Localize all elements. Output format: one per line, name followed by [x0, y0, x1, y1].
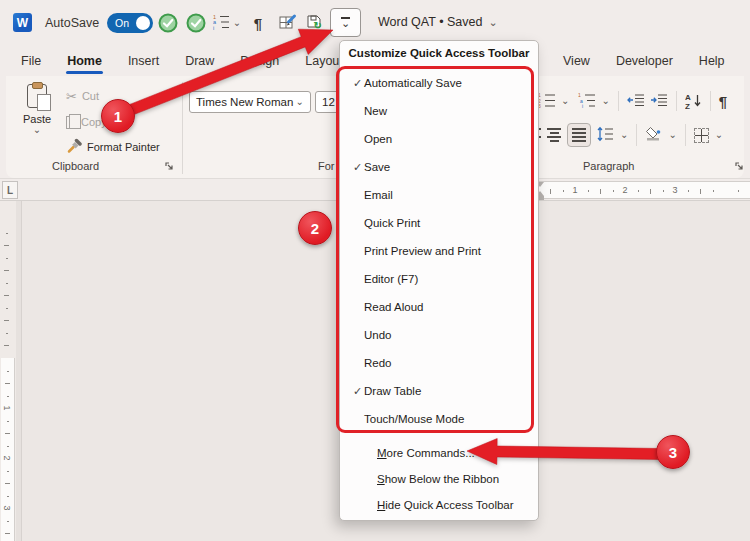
menu-footer: More Commands... Show Below the Ribbon H… — [340, 440, 538, 518]
paste-button[interactable]: Paste ⌄ — [14, 84, 60, 170]
annotation-highlight-box — [336, 66, 534, 433]
svg-text:Z: Z — [685, 101, 690, 109]
clipboard-dialog-launcher-icon[interactable] — [164, 161, 176, 173]
chevron-down-icon: ⌄ — [488, 16, 497, 28]
autosave-toggle[interactable]: On — [107, 13, 153, 33]
pilcrow-icon: ¶ — [254, 15, 262, 32]
vertical-ruler-band: 1 2 3 — [1, 358, 15, 541]
tab-insert[interactable]: Insert — [115, 46, 172, 76]
green-check-icon — [186, 13, 206, 33]
group-divider — [182, 82, 183, 174]
chevron-down-icon: ⌄ — [14, 125, 60, 135]
qat-save-button[interactable] — [185, 12, 207, 34]
tab-design[interactable]: Design — [227, 46, 292, 76]
divider — [636, 124, 637, 146]
borders-button[interactable] — [694, 128, 709, 143]
format-painter-label: Format Painter — [87, 141, 160, 153]
green-check-icon — [158, 13, 178, 33]
word-window: W AutoSave On 1ai ⌄ ¶ ↻ ⌄ Word QAT • — [0, 0, 750, 541]
clipboard-group-label: Clipboard — [52, 160, 99, 172]
vertical-ruler: 1 2 3 — [0, 201, 16, 541]
cut-label: Cut — [82, 90, 99, 102]
active-tab-underline — [66, 71, 103, 74]
document-title[interactable]: Word QAT • Saved⌄ — [378, 15, 498, 29]
annotation-step-1: 1 — [101, 99, 135, 133]
chevron-down-icon: ⌄ — [233, 18, 241, 28]
menu-item-show-below-ribbon[interactable]: Show Below the Ribbon — [340, 466, 538, 492]
paragraph-row-2: ⌄ ⌄ ⌄ — [534, 122, 723, 148]
chevron-down-icon: ⌄ — [296, 97, 304, 107]
annotation-step-3: 3 — [656, 435, 690, 469]
tab-developer[interactable]: Developer — [603, 46, 686, 76]
align-center-button[interactable] — [547, 128, 561, 142]
divider — [685, 124, 686, 146]
numbered-list-button[interactable]: 123 — [538, 92, 556, 110]
chevron-down-icon[interactable]: ⌄ — [561, 96, 569, 106]
increase-indent-button[interactable] — [650, 93, 668, 109]
svg-text:↻: ↻ — [313, 19, 321, 30]
qat-autosave-sync-button[interactable]: ↻ — [303, 12, 325, 34]
tab-home[interactable]: Home — [54, 46, 115, 76]
clipboard-paste-icon — [27, 84, 47, 108]
tab-view[interactable]: View — [550, 46, 603, 76]
chevron-down-icon[interactable]: ⌄ — [601, 96, 609, 106]
autosave-label: AutoSave — [45, 16, 99, 30]
tab-file[interactable]: File — [8, 46, 54, 76]
ruler-number: 1 — [572, 185, 577, 195]
font-family-combo[interactable]: Times New Roman ⌄ — [189, 91, 311, 113]
tab-stop-selector[interactable]: L — [2, 181, 18, 199]
ruler-number: 3 — [672, 185, 677, 195]
ruler-number: 2 — [622, 185, 627, 195]
format-painter-button[interactable]: Format Painter — [66, 137, 160, 157]
justify-button-selected[interactable] — [567, 123, 591, 147]
multilevel-list-dropdown[interactable]: ⌄ — [231, 12, 243, 34]
svg-text:i: i — [213, 24, 214, 30]
ribbon-tabs-left: File Home Insert Draw Design Layout — [8, 46, 356, 76]
font-size-value: 12 — [322, 96, 335, 108]
svg-text:i: i — [582, 103, 583, 108]
draw-table-icon — [279, 13, 297, 34]
divider — [618, 91, 619, 111]
ruler-number: 1 — [2, 405, 12, 410]
customize-qat-button[interactable]: ⌄ — [330, 8, 361, 37]
word-app-icon: W — [13, 13, 32, 32]
qat-multilevel-list-button[interactable]: 1ai — [212, 12, 230, 34]
chevron-down-icon: ⌄ — [341, 18, 350, 29]
toggle-knob — [136, 16, 150, 30]
decrease-indent-button[interactable] — [627, 93, 645, 109]
qat-automatically-save-button[interactable] — [157, 12, 179, 34]
menu-header: Customize Quick Access Toolbar — [340, 47, 538, 59]
ruler-number: 2 — [2, 455, 12, 460]
scissors-icon: ✂ — [66, 89, 77, 104]
annotation-step-2: 2 — [298, 211, 332, 245]
multilevel-list-icon: 1ai — [213, 13, 230, 34]
sort-button[interactable]: AZ — [685, 92, 702, 111]
chevron-down-icon[interactable]: ⌄ — [715, 130, 723, 140]
paragraph-row-1: 123 ⌄ 1ai ⌄ AZ ¶ — [538, 90, 727, 112]
tab-draw[interactable]: Draw — [172, 46, 227, 76]
paragraph-group-label: Paragraph — [583, 160, 634, 172]
justify-icon — [572, 128, 586, 142]
font-family-value: Times New Roman — [196, 96, 293, 108]
multilevel-list-button[interactable]: 1ai — [578, 92, 596, 110]
horizontal-ruler: 1 2 3 — [536, 181, 750, 199]
shading-button[interactable] — [645, 126, 662, 144]
line-spacing-button[interactable] — [597, 126, 614, 144]
divider — [676, 91, 677, 111]
divider — [710, 91, 711, 111]
chevron-down-icon[interactable]: ⌄ — [620, 130, 628, 140]
qat-draw-table-button[interactable] — [277, 12, 299, 34]
menu-item-more-commands[interactable]: More Commands... — [340, 440, 538, 466]
paragraph-dialog-launcher-icon[interactable] — [734, 161, 746, 173]
document-title-text: Word QAT • Saved — [378, 15, 482, 29]
save-sync-icon: ↻ — [306, 13, 323, 34]
show-hide-marks-button[interactable]: ¶ — [719, 93, 727, 110]
cut-button[interactable]: ✂ Cut — [66, 86, 99, 106]
autosave-toggle-state: On — [115, 17, 129, 29]
tab-help[interactable]: Help — [686, 46, 738, 76]
format-painter-icon — [66, 138, 82, 156]
chevron-down-icon[interactable]: ⌄ — [668, 130, 676, 140]
qat-pilcrow-button[interactable]: ¶ — [251, 12, 265, 34]
font-group-label: For — [318, 160, 335, 172]
menu-item-hide-qat[interactable]: Hide Quick Access Toolbar — [340, 492, 538, 518]
